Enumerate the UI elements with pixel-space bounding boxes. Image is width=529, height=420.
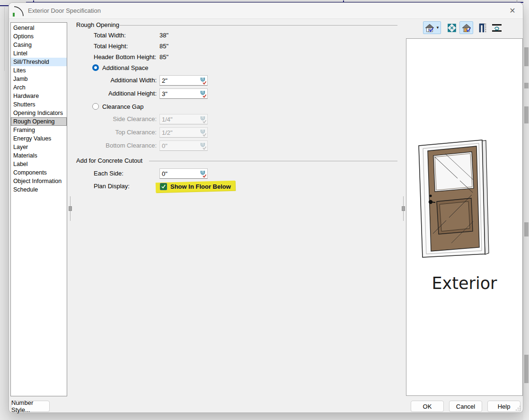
sidebar-item-shutters[interactable]: Shutters [11,100,67,109]
sidebar-item-lintel[interactable]: Lintel [11,49,67,58]
right-splitter-grip[interactable] [402,206,405,211]
left-splitter-grip[interactable] [69,206,72,211]
sidebar-item-layer[interactable]: Layer [11,143,67,151]
default-value-wrench-icon-disabled [198,128,207,137]
settings-pages-list: General Options Casing Lintel Sill/Thres… [10,22,67,396]
section-rule [119,25,397,26]
door-casing-toggle-button[interactable] [476,21,488,34]
backdrop-fragment [524,47,529,66]
side-clearance-label: Side Clearance: [80,115,157,122]
sidebar-item-arch[interactable]: Arch [11,83,67,92]
additional-width-label: Additional Width: [80,77,157,84]
section-title-rough-opening: Rough Opening [76,21,119,28]
show-in-floor-below-label: Show In Floor Below [170,183,231,190]
section-title-concrete-cutout: Add for Concrete Cutout [76,157,142,164]
show-in-floor-below-checkbox[interactable] [160,183,167,190]
check-icon [161,184,166,189]
sidebar-item-options[interactable]: Options [11,32,67,41]
default-value-wrench-icon[interactable] [198,89,207,98]
standard-views-icon [424,23,435,33]
sidebar-item-object-information[interactable]: Object Information [11,177,67,185]
backdrop-fragment [524,222,529,236]
bottom-clearance-label: Bottom Clearance: [80,142,157,149]
each-side-field-wrap [159,168,208,179]
ok-button[interactable]: OK [411,401,444,412]
color-on-off-icon [461,23,472,33]
each-side-label: Each Side: [94,170,123,177]
door-casing-icon [478,23,487,33]
additional-height-label: Additional Height: [80,90,157,97]
sidebar-item-framing[interactable]: Framing [11,126,67,134]
plan-display-label: Plan Display: [94,183,130,190]
additional-space-label: Additional Space [102,64,149,71]
bottom-clearance-input [160,142,198,149]
clearance-gap-label: Clearance Gap [102,103,143,110]
dialog-title: Exterior Door Specification [28,7,101,14]
dropdown-arrow-icon: ▼ [436,26,440,30]
sidebar-item-hardware[interactable]: Hardware [11,92,67,100]
sidebar-item-lites[interactable]: Lites [11,66,67,75]
default-value-wrench-icon-disabled [198,114,207,124]
sidebar-item-general[interactable]: General [11,24,67,32]
default-value-wrench-icon[interactable] [198,169,207,178]
side-clearance-input [160,116,198,123]
sidebar-item-sill-threshold[interactable]: Sill/Threshold [11,58,67,66]
backdrop-panel-edge [4,0,5,71]
default-value-wrench-icon-disabled [198,141,207,150]
cancel-button[interactable]: Cancel [449,401,482,412]
section-rule [149,161,397,161]
additional-space-radio[interactable] [92,64,99,71]
sidebar-item-rough-opening[interactable]: Rough Opening [11,117,67,126]
clearance-gap-radio[interactable] [92,103,99,110]
standard-views-button[interactable]: ▼ [423,21,441,34]
backdrop-fragment [524,355,529,383]
sidebar-item-casing[interactable]: Casing [11,41,67,49]
fill-window-button[interactable] [446,21,458,34]
default-value-wrench-icon[interactable] [198,76,207,85]
top-clearance-label: Top Clearance: [80,129,157,136]
sidebar-item-materials[interactable]: Materials [11,151,67,160]
additional-height-field-wrap [159,88,208,99]
refresh-display-button[interactable] [490,21,503,34]
total-width-label: Total Width: [94,32,126,39]
close-icon[interactable]: ✕ [507,6,518,16]
fill-window-icon [447,23,457,33]
refresh-display-icon [492,24,502,32]
resize-grip[interactable] [516,406,520,411]
sidebar-item-label[interactable]: Label [11,160,67,168]
total-height-value: 85" [159,43,168,50]
number-style-button[interactable]: Number Style... [11,401,50,412]
sidebar-item-opening-indicators[interactable]: Opening Indicators [11,109,67,117]
sidebar-item-energy-values[interactable]: Energy Values [11,134,67,143]
sidebar-item-components[interactable]: Components [11,168,67,177]
backdrop-fragment [524,106,529,123]
additional-width-input[interactable] [160,77,198,84]
door-swing-icon [12,6,24,17]
color-on-off-button[interactable] [459,21,473,34]
top-clearance-input [160,129,198,136]
title-bar[interactable]: Exterior Door Specification ✕ [9,3,523,19]
total-height-label: Total Height: [94,43,128,50]
backdrop-library-panel [523,0,529,420]
total-width-value: 38" [159,32,168,39]
top-clearance-field-wrap [159,127,208,138]
backdrop-fragment [524,83,529,88]
side-clearance-field-wrap [159,114,208,124]
additional-height-input[interactable] [160,90,198,97]
preview-caption: Exterior [406,274,522,293]
door-preview-drawing [416,138,491,260]
header-bottom-height-label: Header Bottom Height: [94,53,156,61]
bottom-clearance-field-wrap [159,140,208,151]
each-side-input[interactable] [160,170,198,177]
header-bottom-height-value: 85" [159,53,168,61]
additional-width-field-wrap [159,75,208,86]
sidebar-item-jamb[interactable]: Jamb [11,75,67,83]
exterior-door-specification-dialog: Exterior Door Specification ✕ General Op… [9,2,523,413]
sidebar-item-schedule[interactable]: Schedule [11,185,67,194]
3d-preview-pane[interactable]: Exterior [406,38,523,396]
